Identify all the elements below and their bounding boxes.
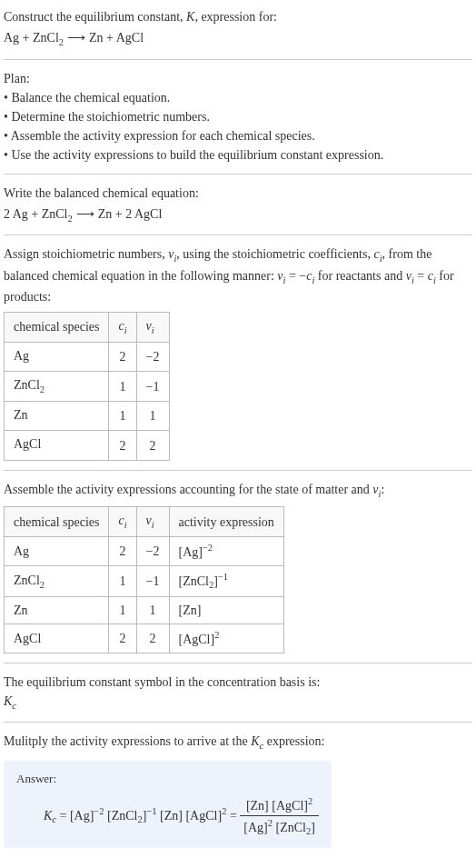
assign-text: for reactants and bbox=[314, 269, 405, 283]
plan-item: Balance the chemical equation. bbox=[4, 88, 472, 107]
nui-i: i bbox=[152, 325, 154, 335]
term-sup: −1 bbox=[146, 806, 156, 816]
species-cell: Zn bbox=[5, 401, 109, 431]
c-cell: 2 bbox=[109, 537, 136, 566]
species-cell: ZnCl2 bbox=[5, 565, 109, 596]
table-row: Zn 1 1 [Zn] bbox=[5, 596, 284, 624]
act: [Zn] bbox=[179, 604, 202, 617]
c-cell: 2 bbox=[109, 342, 136, 372]
species-cell: AgCl bbox=[5, 431, 109, 461]
col-nui: νi bbox=[136, 507, 169, 537]
table-row: Ag 2 −2 bbox=[5, 342, 170, 372]
kc-intro: The equilibrium constant symbol in the c… bbox=[4, 673, 472, 692]
col-nui: νi bbox=[136, 313, 169, 343]
assign-section: Assign stoichiometric numbers, νi, using… bbox=[4, 244, 472, 461]
activity-cell: [ZnCl2]−1 bbox=[169, 565, 283, 596]
rel: = bbox=[414, 269, 428, 283]
divider bbox=[4, 470, 472, 471]
balanced-sub: 2 bbox=[68, 213, 73, 223]
c-cell: 1 bbox=[109, 565, 136, 596]
assemble-section: Assemble the activity expressions accoun… bbox=[4, 480, 472, 653]
activity-cell: [AgCl]2 bbox=[169, 624, 283, 653]
den-term: [ZnCl bbox=[273, 820, 306, 833]
assign-text: , using the stoichiometric coefficients, bbox=[176, 247, 373, 261]
balanced-lhs: 2 Ag + ZnCl bbox=[4, 207, 68, 221]
plan-item: Use the activity expressions to build th… bbox=[4, 145, 472, 165]
species-cell: ZnCl2 bbox=[5, 372, 109, 402]
species: AgCl bbox=[14, 632, 41, 645]
c-cell: 2 bbox=[109, 431, 136, 461]
divider bbox=[4, 174, 472, 175]
nu-cell: 2 bbox=[136, 624, 169, 653]
prompt-text-b: , expression for: bbox=[194, 10, 277, 24]
balanced-equation: 2 Ag + ZnCl2⟶Zn + 2 AgCl bbox=[4, 205, 472, 226]
species-cell: Ag bbox=[5, 537, 109, 566]
table-header-row: chemical species ci νi activity expressi… bbox=[5, 507, 284, 537]
table-row: AgCl 2 2 [AgCl]2 bbox=[5, 624, 284, 653]
divider bbox=[4, 722, 472, 723]
multiply-section: Mulitply the activity expressions to arr… bbox=[4, 732, 472, 848]
act-sup: −1 bbox=[218, 572, 228, 582]
num-sup: 2 bbox=[308, 796, 312, 806]
species-sub: 2 bbox=[40, 579, 45, 589]
species: Zn bbox=[14, 408, 28, 422]
species: ZnCl bbox=[14, 574, 40, 587]
divider bbox=[4, 234, 472, 235]
table-row: Zn 1 1 bbox=[5, 401, 170, 431]
act: [AgCl] bbox=[179, 633, 215, 646]
balanced-section: Write the balanced chemical equation: 2 … bbox=[4, 184, 472, 226]
answer-box: Answer: Kc = [Ag]−2 [ZnCl2]−1 [Zn] [AgCl… bbox=[4, 761, 332, 848]
c-cell: 1 bbox=[109, 401, 136, 431]
species: ZnCl bbox=[14, 378, 40, 392]
table-row: Ag 2 −2 [Ag]−2 bbox=[5, 537, 284, 566]
c-cell: 2 bbox=[109, 624, 136, 653]
assemble-text: Assemble the activity expressions accoun… bbox=[4, 483, 372, 496]
eq-lhs: Ag + ZnCl bbox=[4, 31, 59, 45]
col-activity: activity expression bbox=[169, 507, 283, 537]
prompt-k: K bbox=[186, 10, 194, 24]
act-sup: 2 bbox=[214, 630, 219, 640]
plan-heading: Plan: bbox=[4, 69, 472, 88]
den-term: [Ag] bbox=[243, 820, 267, 833]
table-header-row: chemical species ci νi bbox=[5, 313, 170, 343]
balanced-rhs: Zn + 2 AgCl bbox=[98, 207, 163, 221]
term-sup: −2 bbox=[94, 806, 104, 816]
eq-arrow: ⟶ bbox=[64, 31, 89, 45]
denominator: [Ag]2 [ZnCl2] bbox=[240, 816, 319, 839]
activity-cell: [Zn] bbox=[169, 596, 283, 624]
fraction: [Zn] [AgCl]2[Ag]2 [ZnCl2] bbox=[240, 794, 319, 839]
eq: = bbox=[226, 809, 240, 823]
plan-item: Assemble the activity expression for eac… bbox=[4, 126, 472, 145]
nui-i: i bbox=[152, 520, 154, 530]
kc-basis-section: The equilibrium constant symbol in the c… bbox=[4, 673, 472, 713]
species: Zn bbox=[14, 604, 28, 617]
act-sup: −2 bbox=[203, 543, 213, 553]
activity-cell: [Ag]−2 bbox=[169, 537, 283, 566]
table-row: AgCl 2 2 bbox=[5, 431, 170, 461]
species: AgCl bbox=[14, 437, 41, 451]
divider bbox=[4, 59, 472, 60]
multiply-text: expression: bbox=[263, 734, 324, 748]
nu-cell: 1 bbox=[136, 401, 169, 431]
term: [ZnCl bbox=[104, 809, 138, 823]
activity-table: chemical species ci νi activity expressi… bbox=[4, 506, 284, 653]
species: Ag bbox=[14, 544, 29, 558]
prompt-text-a: Construct the equilibrium constant, bbox=[4, 10, 186, 24]
assign-text: Assign stoichiometric numbers, bbox=[4, 247, 168, 261]
nu-cell: 1 bbox=[136, 596, 169, 624]
species-cell: Ag bbox=[5, 342, 109, 372]
species-cell: AgCl bbox=[5, 624, 109, 653]
answer-label: Answer: bbox=[16, 770, 319, 788]
kc-symbol: Kc bbox=[4, 692, 472, 713]
k: K bbox=[251, 734, 259, 748]
eq: = bbox=[56, 809, 70, 823]
multiply-text: Mulitply the activity expressions to arr… bbox=[4, 734, 251, 748]
term: [Zn] [AgCl] bbox=[157, 809, 223, 823]
prompt-line: Construct the equilibrium constant, K, e… bbox=[4, 7, 472, 26]
k: K bbox=[44, 809, 52, 823]
balanced-arrow: ⟶ bbox=[73, 207, 98, 221]
stoichiometry-table: chemical species ci νi Ag 2 −2 ZnCl2 1 −… bbox=[4, 312, 170, 461]
act: [Ag] bbox=[179, 545, 203, 559]
col-species: chemical species bbox=[5, 507, 109, 537]
table-row: ZnCl2 1 −1 bbox=[5, 372, 170, 402]
